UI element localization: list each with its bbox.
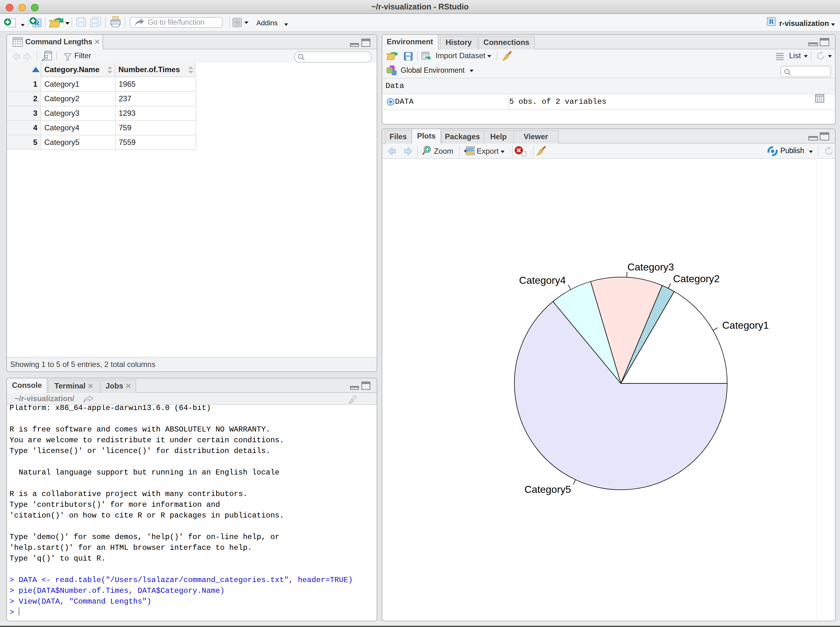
svg-text:Category3: Category3 (627, 261, 674, 273)
svg-text:Category5: Category5 (524, 484, 571, 495)
svg-text:Category2: Category2 (673, 273, 719, 284)
svg-text:Category1: Category1 (722, 320, 769, 331)
svg-text:R: R (769, 18, 774, 25)
svg-text:Category4: Category4 (519, 274, 565, 286)
